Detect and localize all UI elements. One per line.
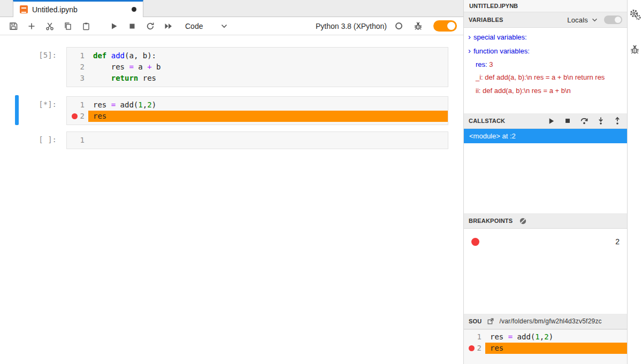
- code-line[interactable]: 3 return res: [67, 73, 448, 84]
- breakpoint-dot[interactable]: [471, 238, 479, 246]
- line-gutter[interactable]: 3: [67, 73, 88, 84]
- breakpoints-section-header[interactable]: BREAKPOINTS: [464, 213, 627, 229]
- callstack-list: <module> at :2: [464, 129, 627, 213]
- variables-group-row[interactable]: ›function variables:: [464, 44, 627, 58]
- code-text[interactable]: return res: [88, 73, 448, 84]
- code-editor[interactable]: 1def add(a, b):2 res = a + b3 return res: [66, 47, 448, 87]
- bug-icon[interactable]: [411, 19, 425, 33]
- kernel-name[interactable]: Python 3.8 (XPython): [316, 22, 387, 30]
- line-gutter[interactable]: 1: [67, 135, 88, 146]
- chevron-down-icon: [592, 18, 598, 22]
- line-gutter[interactable]: 1: [67, 99, 88, 111]
- scope-dropdown[interactable]: Locals: [567, 16, 598, 24]
- interrupt-kernel-button[interactable]: [125, 19, 139, 33]
- scope-value: Locals: [567, 16, 588, 24]
- copy-cells-button[interactable]: [61, 19, 75, 33]
- kernel-status-icon[interactable]: [395, 22, 402, 29]
- breakpoint-dot[interactable]: [469, 345, 475, 351]
- property-inspector-gears-icon[interactable]: [629, 9, 641, 21]
- line-number: 1: [477, 331, 482, 343]
- line-number: 2: [80, 61, 85, 73]
- variable-row[interactable]: res: 3: [464, 58, 627, 71]
- save-button[interactable]: [6, 19, 20, 33]
- cell-prompt: [*]:: [0, 96, 66, 125]
- tab-bar: Untitled.ipynb: [0, 0, 463, 17]
- code-text[interactable]: [88, 135, 448, 146]
- line-number: 2: [80, 111, 85, 122]
- code-text[interactable]: res: [485, 343, 627, 354]
- variable-row[interactable]: _i: def add(a, b):\n res = a + b\n retur…: [464, 71, 627, 84]
- breakpoint-row[interactable]: 2: [464, 233, 627, 250]
- variables-header-label: VARIABLES: [469, 17, 503, 23]
- code-line-current[interactable]: 2res: [464, 343, 627, 354]
- unsaved-changes-dot[interactable]: [132, 7, 136, 12]
- variables-group-row[interactable]: ›special variables:: [464, 30, 627, 44]
- cut-cells-button[interactable]: [43, 19, 57, 33]
- variables-tree: ›special variables:›function variables:r…: [464, 28, 627, 113]
- debugger-tab-bug-icon[interactable]: [629, 43, 641, 56]
- notebook-toolbar: Code Python 3.8 (XPython): [0, 17, 463, 35]
- run-cell-button[interactable]: [107, 19, 121, 33]
- continue-button[interactable]: [546, 116, 556, 126]
- debugger-toggle[interactable]: [433, 20, 457, 32]
- restart-run-all-button[interactable]: [162, 19, 175, 33]
- line-number: 2: [477, 343, 482, 354]
- callstack-frame[interactable]: <module> at :2: [464, 129, 627, 143]
- line-number: 1: [80, 99, 85, 111]
- breakpoints-list: 2: [464, 229, 627, 314]
- line-number: 1: [80, 50, 85, 61]
- cell-prompt: [ ]:: [0, 131, 66, 149]
- restart-kernel-button[interactable]: [143, 19, 157, 33]
- chevron-down-icon: [221, 24, 227, 28]
- tab-title: Untitled.ipynb: [32, 5, 78, 14]
- line-gutter[interactable]: 1: [464, 331, 485, 343]
- code-text[interactable]: res = add(1,2): [485, 331, 627, 343]
- chevron-right-icon: ›: [468, 32, 471, 41]
- line-gutter[interactable]: 2: [464, 343, 485, 354]
- code-text[interactable]: res = a + b: [88, 61, 448, 73]
- source-editor[interactable]: 1res = add(1,2)2res: [464, 329, 627, 364]
- cell-type-dropdown[interactable]: Code: [185, 22, 227, 30]
- step-in-button[interactable]: [596, 116, 606, 126]
- callstack-section-header[interactable]: CALLSTACK: [464, 113, 627, 129]
- add-cell-button[interactable]: [25, 19, 39, 33]
- callstack-buttons: [546, 116, 622, 126]
- debugger-panel-title: UNTITLED.IPYNB: [464, 0, 627, 12]
- source-section-header[interactable]: SOU /var/folders/bm/gfw2hl4d3zv5f29zc: [464, 314, 627, 329]
- line-number: 3: [80, 73, 85, 84]
- step-over-button[interactable]: [579, 116, 589, 126]
- variables-view-toggle[interactable]: [604, 16, 622, 24]
- breakpoint-line-number: 2: [615, 237, 620, 246]
- code-line[interactable]: 1: [67, 135, 448, 146]
- code-editor[interactable]: 1: [66, 131, 448, 149]
- chevron-right-icon: ›: [468, 46, 471, 55]
- code-line[interactable]: 1res = add(1,2): [464, 331, 627, 343]
- code-line[interactable]: 1res = add(1,2): [67, 99, 448, 111]
- variables-section-header[interactable]: VARIABLES Locals: [464, 12, 627, 28]
- code-cell-empty: [ ]: 1: [0, 131, 463, 149]
- terminate-button[interactable]: [563, 116, 572, 126]
- code-text[interactable]: def add(a, b):: [88, 50, 448, 61]
- open-source-icon[interactable]: [486, 316, 495, 326]
- line-gutter[interactable]: 2: [67, 61, 88, 73]
- code-cell-active: [*]: 1res = add(1,2)2res: [0, 96, 463, 125]
- code-text[interactable]: res = add(1,2): [88, 99, 448, 111]
- paste-cells-button[interactable]: [79, 19, 93, 33]
- debugger-panel: UNTITLED.IPYNB VARIABLES Locals ›special…: [463, 0, 627, 364]
- code-line[interactable]: 1def add(a, b):: [67, 50, 448, 61]
- cell-type-value: Code: [185, 22, 203, 30]
- code-editor[interactable]: 1res = add(1,2)2res: [66, 96, 448, 125]
- notebook-tab[interactable]: Untitled.ipynb: [13, 0, 143, 17]
- toolbar-right-group: Python 3.8 (XPython): [316, 19, 457, 33]
- line-gutter[interactable]: 2: [67, 111, 88, 122]
- remove-breakpoints-icon[interactable]: [518, 216, 528, 226]
- line-gutter[interactable]: 1: [67, 50, 88, 61]
- code-line[interactable]: 2 res = a + b: [67, 61, 448, 73]
- code-line-current[interactable]: 2res: [67, 111, 448, 122]
- step-out-button[interactable]: [613, 116, 622, 126]
- notebook-icon: [20, 5, 28, 13]
- breakpoint-dot[interactable]: [72, 113, 78, 119]
- variable-row[interactable]: ii: def add(a, b):\n res = a + b\n: [464, 84, 627, 97]
- code-text[interactable]: res: [88, 111, 448, 122]
- cell-prompt: [5]:: [0, 47, 66, 87]
